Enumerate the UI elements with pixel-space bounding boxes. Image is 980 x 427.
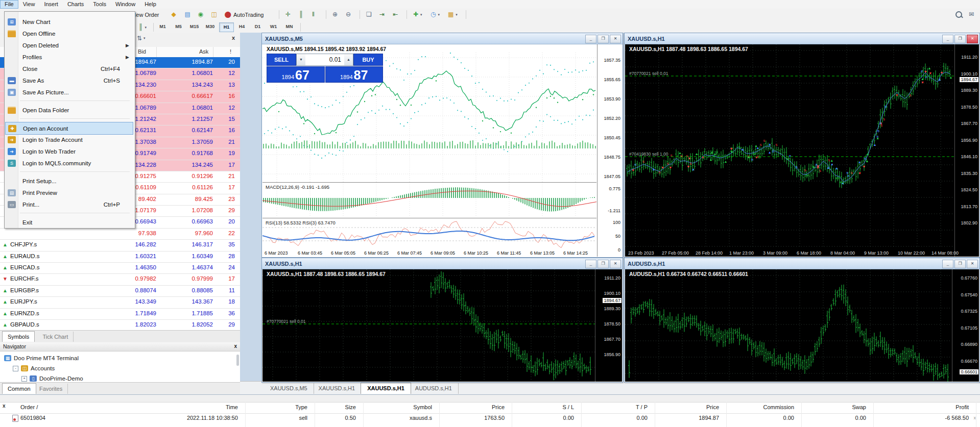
chart-window-xauusd-h1-top[interactable]: XAUUSD.s,H1_❐✕SB▲BSBS▲▼▼TPTP▼▲▲B▲B▼▼▲▼TP… (624, 33, 980, 258)
chart-tab-3[interactable]: XAUUSD.s,H1 (361, 383, 411, 394)
timeframe-m15-button[interactable]: M15 (187, 22, 201, 31)
menu-item-window[interactable]: Window (111, 0, 140, 9)
market-watch-row[interactable]: ▲EURGBP.s0.880740.8808511 (0, 286, 240, 297)
chart-window-xauusd-m5[interactable]: XAUUSD.s,M5_❐✕XAUUSD.s,M5 1894.15 1895.4… (261, 33, 623, 258)
volume-increase-button[interactable]: ▲ (344, 54, 353, 65)
zoom-out-button[interactable]: ⊖ (344, 10, 352, 19)
market-watch-row[interactable]: ▲EURJPY.s143.349143.36718 (0, 297, 240, 308)
indicators-button[interactable]: ✚▾ (412, 10, 424, 19)
crosshair-cursor-button[interactable]: ✛ (284, 10, 292, 19)
market-watch-row[interactable]: ▲GBPAUD.s1.820231.8205229 (0, 320, 240, 330)
chart-tab-4[interactable]: AUDUSD.s,H1 (409, 383, 459, 394)
terminal-button[interactable]: ◫ (210, 10, 219, 19)
terminal-order-row[interactable]: 650198042022.11.18 10:38:50sell0.50xauus… (0, 413, 980, 424)
file-menu-item-open-an-account[interactable]: ✚Open an Account (5, 122, 133, 135)
timeframe-m5-button[interactable]: M5 (172, 22, 185, 31)
file-menu-item-save-as-picture[interactable]: ▣Save As Picture... (5, 86, 133, 98)
file-menu-item-login-to-web-trader[interactable]: ➜Login to Web Trader (5, 145, 133, 157)
dropdown-caret-icon[interactable]: ▾ (420, 13, 422, 17)
market-watch-row[interactable]: ▲CHFJPY.s146.282146.31735 (0, 240, 240, 251)
dropdown-caret-icon[interactable]: ▾ (438, 13, 440, 17)
chart-window-xauusd-h1-bottom[interactable]: XAUUSD.s,H1_❐✕XAUUSD.s,H1 1887.48 1898.6… (261, 258, 623, 383)
templates-button[interactable]: ▦▾ (446, 10, 459, 19)
file-menu-item-save-as[interactable]: ▬Save AsCtrl+S (5, 74, 133, 86)
navigator-close-icon[interactable]: x (234, 343, 237, 349)
zoom-in-button[interactable]: ⊕ (331, 10, 339, 19)
bar-cursor-button[interactable]: ║ (297, 10, 305, 19)
close-button[interactable]: ✕ (610, 260, 621, 268)
line-cursor-button[interactable]: ‖ (310, 10, 316, 19)
file-menu-item-print-preview[interactable]: ▤Print Preview (5, 187, 133, 198)
tab-common[interactable]: Common (2, 383, 36, 394)
tree-item-accounts[interactable]: -◫Accounts (13, 363, 55, 373)
menu-item-insert[interactable]: Insert (39, 0, 63, 9)
tab-tick-chart[interactable]: Tick Chart (38, 332, 74, 342)
timeframe-h4-button[interactable]: H4 (235, 22, 249, 31)
file-menu-item-open-offline[interactable]: Open Offline (5, 28, 133, 39)
window-caption[interactable]: XAUUSD.s,H1_❐✕ (625, 33, 979, 44)
file-menu-item-exit[interactable]: Exit (5, 216, 133, 228)
close-button[interactable]: ✕ (967, 260, 978, 268)
minimize-button[interactable]: _ (585, 260, 596, 268)
window-caption[interactable]: XAUUSD.s,H1_❐✕ (262, 258, 623, 269)
autotrading-button[interactable]: ⬤AutoTrading (223, 10, 266, 19)
tree-item-doo-prime-mt4-terminal[interactable]: ▦Doo Prime MT4 Terminal (4, 353, 79, 363)
volume-input[interactable]: 0.01 (305, 54, 344, 65)
terminal-column-header-price2[interactable]: Price (706, 404, 719, 410)
tab-favorites[interactable]: Favorites (34, 384, 68, 394)
timeframe-d1-button[interactable]: D1 (251, 22, 265, 31)
minimize-button[interactable]: _ (942, 35, 953, 43)
terminal-column-header-price[interactable]: Price (492, 404, 505, 410)
column-header-spread[interactable]: ! (230, 48, 231, 55)
terminal-column-header-swap[interactable]: Swap (852, 404, 866, 410)
timeframe-w1-button[interactable]: W1 (267, 22, 280, 31)
market-watch-row[interactable]: ▼EURCHF.s0.979820.9799917 (0, 274, 240, 285)
column-header-ask[interactable]: Ask (199, 48, 208, 55)
market-watch-button[interactable]: ◆ (170, 10, 178, 19)
auto-scroll-button[interactable]: ⇥ (378, 10, 386, 19)
symbols-menu-button[interactable]: ⇅▾ (137, 35, 146, 42)
periods-button[interactable]: ◷▾ (429, 10, 441, 19)
navigator-button[interactable]: ◉ (197, 10, 205, 19)
menu-item-charts[interactable]: Charts (63, 0, 88, 9)
terminal-column-header-type[interactable]: Type (295, 404, 307, 410)
chart-tab-1[interactable]: XAUUSD.s,M5 (264, 383, 314, 394)
buy-button[interactable]: BUY (353, 54, 383, 66)
tab-symbols[interactable]: Symbols (2, 331, 35, 342)
column-header-bid[interactable]: Bid (138, 48, 146, 55)
timeframe-mn-button[interactable]: MN (282, 22, 296, 31)
file-menu-item-new-chart[interactable]: ⊞New Chart (5, 16, 133, 28)
tile-windows-button[interactable]: ❏ (365, 10, 373, 19)
timeframe-m30-button[interactable]: M30 (203, 22, 217, 31)
terminal-column-header-order[interactable]: Order / (20, 404, 38, 410)
file-menu-item-print-setup[interactable]: Print Setup... (5, 175, 133, 187)
terminal-column-header-time[interactable]: Time (226, 404, 238, 410)
volume-decrease-button[interactable]: ▼ (297, 54, 305, 65)
sell-button[interactable]: SELL (267, 54, 296, 66)
dropdown-caret-icon[interactable]: ▾ (456, 13, 458, 17)
terminal-column-header-size[interactable]: Size (345, 404, 356, 410)
chart-tab-2[interactable]: XAUUSD.s,H1 (313, 383, 362, 394)
message-button[interactable]: ✉ (967, 10, 975, 19)
file-menu-item-open-data-folder[interactable]: Open Data Folder (5, 104, 133, 116)
timeframe-m1-button[interactable]: M1 (156, 22, 170, 31)
maximize-button[interactable]: ❐ (954, 35, 966, 43)
file-menu-item-profiles[interactable]: Profiles▶ (5, 51, 133, 63)
chart-type-button[interactable]: ║▾ (137, 22, 148, 32)
menu-item-file[interactable]: File (0, 0, 18, 9)
collapse-icon[interactable]: - (13, 366, 18, 371)
terminal-column-header-sl[interactable]: S / L (562, 404, 574, 410)
market-watch-row[interactable]: ▲EURNZD.s1.718491.7188536 (0, 309, 240, 320)
minimize-button[interactable]: _ (942, 260, 953, 268)
terminal-column-header-symbol[interactable]: Symbol (413, 404, 432, 410)
market-watch-row[interactable]: 97.93897.96022 (0, 229, 240, 240)
maximize-button[interactable]: ❐ (597, 35, 609, 43)
dropdown-caret-icon[interactable]: ▾ (144, 36, 146, 40)
terminal-column-header-commission[interactable]: Commission (763, 404, 794, 410)
window-caption[interactable]: XAUUSD.s,M5_❐✕ (262, 33, 623, 44)
data-window-button[interactable]: ▤ (183, 10, 192, 19)
close-button[interactable]: ✕ (610, 35, 621, 43)
maximize-button[interactable]: ❐ (954, 260, 966, 268)
terminal-column-header-tp[interactable]: T / P (636, 404, 648, 410)
terminal-order-row-partial[interactable] (0, 423, 980, 427)
